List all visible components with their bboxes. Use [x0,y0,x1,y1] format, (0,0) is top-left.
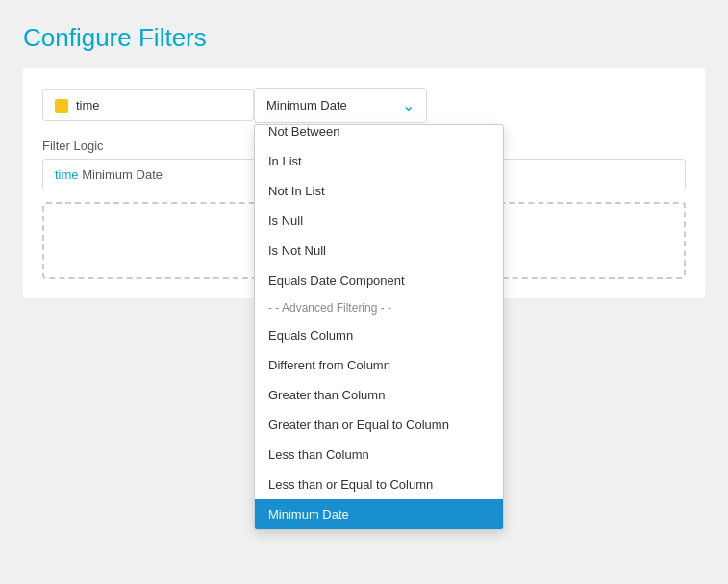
dropdown-menu: Different fromGreater thanGreater than o… [254,124,504,530]
title-highlight: Filters [138,23,207,52]
chevron-down-icon: ⌄ [402,96,414,114]
header: Configure Filters [0,0,728,68]
dropdown-item[interactable]: Equals Date Component [255,266,503,295]
dropdown-separator: - - Advanced Filtering - - [255,295,503,320]
dropdown-item[interactable]: Greater than Column [255,380,503,410]
dropdown-item[interactable]: Minimum Date [255,499,503,529]
content-area: time Minimum Date ⌄ Different fromGreate… [23,68,705,298]
dropdown-item[interactable]: Less than or Equal to Column [255,470,503,499]
dropdown-item[interactable]: Not Between [255,125,503,146]
dropdown-item[interactable]: Different from Column [255,350,503,380]
filter-type-dropdown[interactable]: Minimum Date ⌄ [254,88,427,123]
page: Configure Filters time Minimum Date ⌄ Di… [0,0,728,584]
dropdown-item[interactable]: Is Not Null [255,236,503,266]
dropdown-item[interactable]: Not In List [255,176,503,206]
filter-logic-highlight: time [55,167,79,182]
filter-logic-text: Minimum Date [79,167,163,182]
dropdown-item[interactable]: In List [255,146,503,176]
field-name-label: time [76,98,100,113]
dropdown-selected-value: Minimum Date [266,98,347,113]
dropdown-item[interactable]: Greater than or Equal to Column [255,410,503,440]
field-dot-icon [55,99,68,113]
field-tag: time [42,89,254,121]
dropdown-item[interactable]: Less than Column [255,440,503,470]
title-static: Configure [23,23,138,52]
dropdown-item[interactable]: Equals Column [255,320,503,350]
page-title: Configure Filters [23,23,705,53]
filter-row: time Minimum Date ⌄ Different fromGreate… [42,88,686,123]
dropdown-item[interactable]: Is Null [255,206,503,236]
dropdown-list[interactable]: Different fromGreater thanGreater than o… [255,125,503,529]
